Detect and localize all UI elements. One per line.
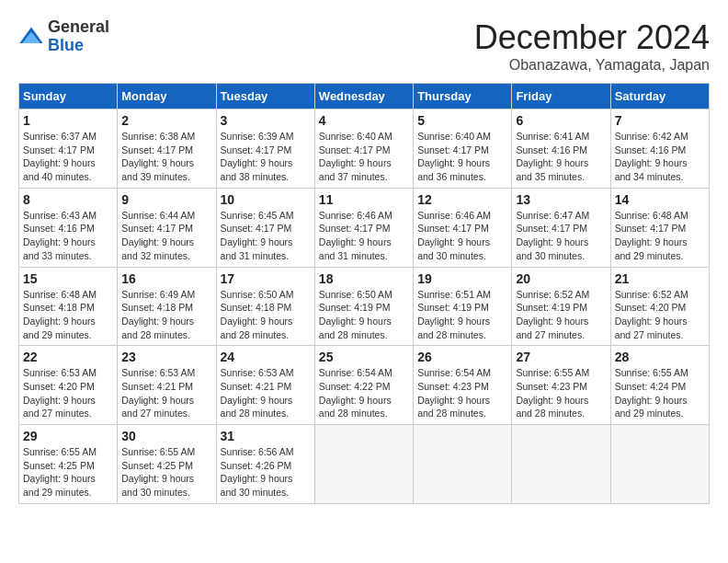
- calendar-cell: 1 Sunrise: 6:37 AMSunset: 4:17 PMDayligh…: [19, 109, 118, 189]
- calendar-cell: 20 Sunrise: 6:52 AMSunset: 4:19 PMDaylig…: [512, 267, 610, 346]
- day-info: Sunrise: 6:48 AMSunset: 4:18 PMDaylight:…: [23, 288, 113, 342]
- day-info: Sunrise: 6:38 AMSunset: 4:17 PMDaylight:…: [121, 130, 211, 184]
- day-number: 14: [615, 192, 705, 207]
- week-row-5: 29 Sunrise: 6:55 AMSunset: 4:25 PMDaylig…: [19, 425, 710, 504]
- calendar-cell: 10 Sunrise: 6:45 AMSunset: 4:17 PMDaylig…: [216, 188, 314, 267]
- calendar-cell: 12 Sunrise: 6:46 AMSunset: 4:17 PMDaylig…: [414, 188, 512, 267]
- col-friday: Friday: [512, 84, 610, 109]
- day-info: Sunrise: 6:52 AMSunset: 4:20 PMDaylight:…: [615, 288, 705, 342]
- day-info: Sunrise: 6:53 AMSunset: 4:21 PMDaylight:…: [121, 366, 211, 420]
- day-number: 18: [319, 271, 409, 286]
- day-info: Sunrise: 6:43 AMSunset: 4:16 PMDaylight:…: [23, 209, 113, 263]
- calendar-cell: 28 Sunrise: 6:55 AMSunset: 4:24 PMDaylig…: [610, 346, 709, 425]
- day-info: Sunrise: 6:54 AMSunset: 4:23 PMDaylight:…: [417, 366, 507, 420]
- calendar-cell: 11 Sunrise: 6:46 AMSunset: 4:17 PMDaylig…: [314, 188, 413, 267]
- day-number: 6: [516, 113, 606, 128]
- calendar-cell: 22 Sunrise: 6:53 AMSunset: 4:20 PMDaylig…: [19, 346, 118, 425]
- calendar-cell: 23 Sunrise: 6:53 AMSunset: 4:21 PMDaylig…: [118, 346, 216, 425]
- day-info: Sunrise: 6:40 AMSunset: 4:17 PMDaylight:…: [319, 130, 409, 184]
- calendar-cell: 16 Sunrise: 6:49 AMSunset: 4:18 PMDaylig…: [118, 267, 216, 346]
- day-info: Sunrise: 6:42 AMSunset: 4:16 PMDaylight:…: [615, 130, 705, 184]
- day-info: Sunrise: 6:55 AMSunset: 4:25 PMDaylight:…: [121, 445, 211, 500]
- day-info: Sunrise: 6:50 AMSunset: 4:19 PMDaylight:…: [319, 288, 409, 342]
- week-row-3: 15 Sunrise: 6:48 AMSunset: 4:18 PMDaylig…: [19, 267, 710, 346]
- day-number: 31: [221, 429, 311, 443]
- col-tuesday: Tuesday: [216, 84, 314, 109]
- title-area: December 2024 Obanazawa, Yamagata, Japan: [474, 18, 710, 74]
- day-info: Sunrise: 6:53 AMSunset: 4:21 PMDaylight:…: [221, 366, 311, 420]
- week-row-2: 8 Sunrise: 6:43 AMSunset: 4:16 PMDayligh…: [19, 188, 710, 267]
- day-number: 29: [23, 429, 113, 443]
- day-info: Sunrise: 6:41 AMSunset: 4:16 PMDaylight:…: [516, 130, 606, 184]
- day-info: Sunrise: 6:56 AMSunset: 4:26 PMDaylight:…: [221, 445, 311, 500]
- logo-general: General: [48, 18, 109, 37]
- day-number: 20: [516, 271, 606, 286]
- calendar-cell: 9 Sunrise: 6:44 AMSunset: 4:17 PMDayligh…: [118, 188, 216, 267]
- calendar-cell: [610, 425, 709, 504]
- day-number: 12: [417, 192, 507, 207]
- calendar-cell: [314, 425, 413, 504]
- day-number: 25: [319, 350, 409, 364]
- day-number: 7: [615, 113, 705, 128]
- day-number: 9: [121, 192, 211, 207]
- day-info: Sunrise: 6:40 AMSunset: 4:17 PMDaylight:…: [417, 130, 507, 184]
- calendar-cell: 3 Sunrise: 6:39 AMSunset: 4:17 PMDayligh…: [216, 109, 314, 189]
- calendar-cell: 26 Sunrise: 6:54 AMSunset: 4:23 PMDaylig…: [414, 346, 512, 425]
- day-number: 16: [121, 271, 211, 286]
- day-info: Sunrise: 6:55 AMSunset: 4:24 PMDaylight:…: [615, 366, 705, 420]
- calendar-cell: 30 Sunrise: 6:55 AMSunset: 4:25 PMDaylig…: [118, 425, 216, 504]
- day-number: 27: [516, 350, 606, 364]
- calendar-cell: [414, 425, 512, 504]
- day-info: Sunrise: 6:47 AMSunset: 4:17 PMDaylight:…: [516, 209, 606, 263]
- logo: General Blue: [18, 18, 109, 55]
- day-number: 13: [516, 192, 606, 207]
- day-info: Sunrise: 6:45 AMSunset: 4:17 PMDaylight:…: [221, 209, 311, 263]
- calendar-cell: 27 Sunrise: 6:55 AMSunset: 4:23 PMDaylig…: [512, 346, 610, 425]
- day-info: Sunrise: 6:51 AMSunset: 4:19 PMDaylight:…: [417, 288, 507, 342]
- calendar-cell: 4 Sunrise: 6:40 AMSunset: 4:17 PMDayligh…: [314, 109, 413, 189]
- calendar-cell: 24 Sunrise: 6:53 AMSunset: 4:21 PMDaylig…: [216, 346, 314, 425]
- calendar-cell: 21 Sunrise: 6:52 AMSunset: 4:20 PMDaylig…: [610, 267, 709, 346]
- day-number: 11: [319, 192, 409, 207]
- calendar-cell: 7 Sunrise: 6:42 AMSunset: 4:16 PMDayligh…: [610, 109, 709, 189]
- day-number: 4: [319, 113, 409, 128]
- day-number: 22: [23, 350, 113, 364]
- day-number: 3: [221, 113, 311, 128]
- day-number: 21: [615, 271, 705, 286]
- day-info: Sunrise: 6:39 AMSunset: 4:17 PMDaylight:…: [221, 130, 311, 184]
- day-number: 5: [417, 113, 507, 128]
- day-number: 28: [615, 350, 705, 364]
- calendar-cell: 15 Sunrise: 6:48 AMSunset: 4:18 PMDaylig…: [19, 267, 118, 346]
- day-info: Sunrise: 6:48 AMSunset: 4:17 PMDaylight:…: [615, 209, 705, 263]
- day-info: Sunrise: 6:52 AMSunset: 4:19 PMDaylight:…: [516, 288, 606, 342]
- calendar-cell: 25 Sunrise: 6:54 AMSunset: 4:22 PMDaylig…: [314, 346, 413, 425]
- day-info: Sunrise: 6:53 AMSunset: 4:20 PMDaylight:…: [23, 366, 113, 420]
- col-monday: Monday: [118, 84, 216, 109]
- day-info: Sunrise: 6:37 AMSunset: 4:17 PMDaylight:…: [23, 130, 113, 184]
- day-info: Sunrise: 6:50 AMSunset: 4:18 PMDaylight:…: [221, 288, 311, 342]
- day-info: Sunrise: 6:46 AMSunset: 4:17 PMDaylight:…: [319, 209, 409, 263]
- month-title: December 2024: [474, 18, 710, 57]
- calendar-cell: 13 Sunrise: 6:47 AMSunset: 4:17 PMDaylig…: [512, 188, 610, 267]
- calendar-cell: 29 Sunrise: 6:55 AMSunset: 4:25 PMDaylig…: [19, 425, 118, 504]
- calendar-cell: 2 Sunrise: 6:38 AMSunset: 4:17 PMDayligh…: [118, 109, 216, 189]
- day-number: 30: [121, 429, 211, 443]
- location-title: Obanazawa, Yamagata, Japan: [474, 57, 710, 74]
- calendar-cell: 6 Sunrise: 6:41 AMSunset: 4:16 PMDayligh…: [512, 109, 610, 189]
- day-number: 17: [221, 271, 311, 286]
- calendar-cell: 17 Sunrise: 6:50 AMSunset: 4:18 PMDaylig…: [216, 267, 314, 346]
- day-info: Sunrise: 6:55 AMSunset: 4:25 PMDaylight:…: [23, 445, 113, 500]
- day-info: Sunrise: 6:44 AMSunset: 4:17 PMDaylight:…: [121, 209, 211, 263]
- calendar-cell: 5 Sunrise: 6:40 AMSunset: 4:17 PMDayligh…: [414, 109, 512, 189]
- calendar-cell: 31 Sunrise: 6:56 AMSunset: 4:26 PMDaylig…: [216, 425, 314, 504]
- calendar-header-row: Sunday Monday Tuesday Wednesday Thursday…: [19, 84, 710, 109]
- logo-text: General Blue: [48, 18, 109, 55]
- day-number: 1: [23, 113, 113, 128]
- logo-icon: [18, 24, 44, 50]
- week-row-1: 1 Sunrise: 6:37 AMSunset: 4:17 PMDayligh…: [19, 109, 710, 189]
- day-number: 10: [221, 192, 311, 207]
- day-number: 19: [417, 271, 507, 286]
- col-saturday: Saturday: [610, 84, 709, 109]
- logo-blue: Blue: [48, 37, 109, 55]
- day-info: Sunrise: 6:55 AMSunset: 4:23 PMDaylight:…: [516, 366, 606, 420]
